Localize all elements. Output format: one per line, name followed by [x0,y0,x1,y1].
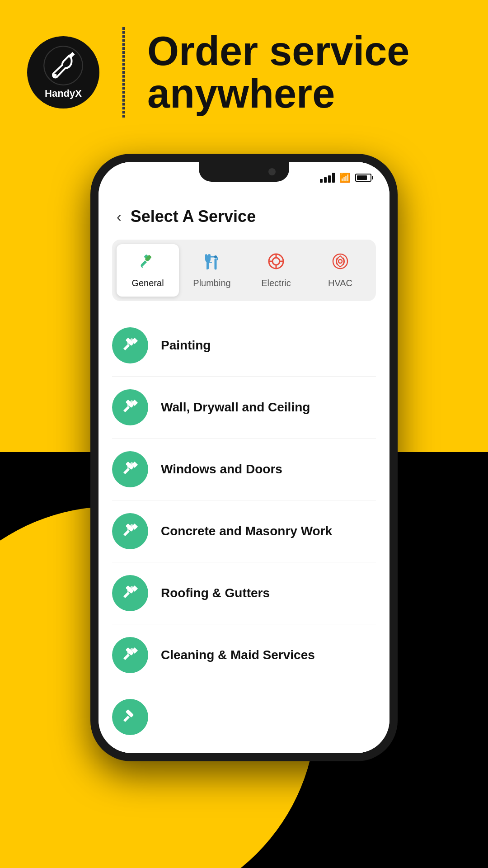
tab-plumbing[interactable]: Plumbing [181,244,243,297]
phone-outer: 📶 ‹ Select A Service [90,154,398,761]
status-bar: 📶 [99,162,389,193]
more-icon-circle [112,699,148,735]
app-screen-content: ‹ Select A Service [99,193,389,753]
tab-general-label: General [131,278,164,288]
screen-header: ‹ Select A Service [99,193,389,235]
svg-rect-25 [126,709,134,717]
service-item-cleaning[interactable]: Cleaning & Maid Services [112,624,376,686]
cleaning-icon-circle [112,637,148,673]
service-item-concrete[interactable]: Concrete and Masonry Work [112,500,376,562]
phone-screen: 📶 ‹ Select A Service [99,162,389,753]
hvac-tab-icon [331,252,349,274]
tab-hvac-label: HVAC [328,278,352,288]
filter-tabs: General Plumbi [112,240,376,301]
tagline: Order service anywhere [147,30,409,115]
windows-icon-circle [112,451,148,487]
tab-electric[interactable]: Electric [245,244,307,297]
signal-icon [320,173,335,183]
app-header-hero: HandyX Order service anywhere [27,27,409,118]
tagline-line2: anywhere [147,72,409,115]
tab-hvac[interactable]: HVAC [309,244,371,297]
camera [268,168,276,175]
tab-general[interactable]: General [117,244,179,297]
wall-icon-circle [112,389,148,425]
painting-icon-circle [112,327,148,363]
screen-title: Select A Service [131,207,256,226]
service-name-painting: Painting [161,338,211,353]
service-item-more[interactable] [112,686,376,735]
header-divider [122,27,125,118]
service-item-windows[interactable]: Windows and Doors [112,439,376,500]
service-item-painting[interactable]: Painting [112,315,376,377]
service-name-concrete: Concrete and Masonry Work [161,524,332,538]
service-name-cleaning: Cleaning & Maid Services [161,648,315,662]
service-list: Painting Wall, Drywall and Cei [99,315,389,735]
wifi-icon: 📶 [339,172,351,183]
service-name-windows: Windows and Doors [161,462,282,476]
status-icons: 📶 [320,172,371,183]
svg-point-4 [214,255,217,258]
service-name-wall: Wall, Drywall and Ceiling [161,400,310,415]
battery-icon [355,174,371,182]
back-button[interactable]: ‹ [117,208,122,225]
tab-electric-label: Electric [261,278,291,288]
tab-plumbing-label: Plumbing [193,278,230,288]
roofing-icon-circle [112,575,148,611]
service-item-roofing[interactable]: Roofing & Gutters [112,562,376,624]
phone-mockup: 📶 ‹ Select A Service [90,154,398,761]
notch [199,162,289,182]
logo: HandyX [27,36,99,108]
svg-point-0 [44,46,83,85]
service-item-wall[interactable]: Wall, Drywall and Ceiling [112,377,376,439]
svg-point-1 [54,74,57,77]
tagline-line1: Order service [147,30,409,73]
plumbing-tab-icon [203,252,221,274]
logo-icon [43,45,84,86]
service-name-roofing: Roofing & Gutters [161,586,270,600]
general-tab-icon [139,252,157,274]
svg-point-6 [272,258,280,265]
svg-point-12 [338,259,342,263]
concrete-icon-circle [112,513,148,549]
electric-tab-icon [267,252,285,274]
logo-text: HandyX [45,88,82,99]
